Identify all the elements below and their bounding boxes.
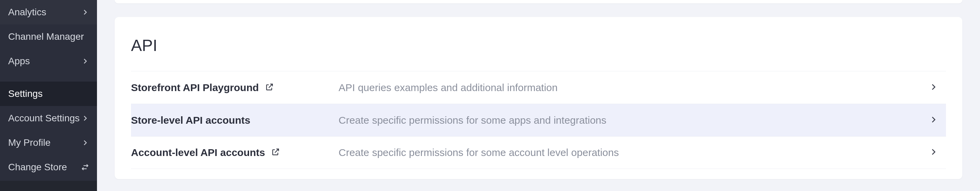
row-title-wrap: Store-level API accounts	[131, 115, 339, 126]
swap-icon	[81, 164, 89, 171]
row-title-wrap: Account-level API accounts	[131, 147, 339, 158]
row-title: Storefront API Playground	[131, 82, 259, 93]
sidebar-item-label: Change Store	[8, 162, 67, 173]
api-list: Storefront API Playground API queries ex…	[131, 71, 946, 169]
previous-card-edge	[115, 0, 962, 3]
sidebar-item-account-settings[interactable]: Account Settings	[0, 106, 97, 131]
sidebar-footer-edge	[0, 181, 97, 191]
chevron-right-icon	[81, 139, 89, 147]
card-title: API	[131, 36, 946, 55]
sidebar-item-label: Apps	[8, 56, 30, 66]
sidebar-item-label: My Profile	[8, 137, 50, 148]
sidebar-item-apps[interactable]: Apps	[0, 49, 97, 73]
row-title: Account-level API accounts	[131, 147, 265, 158]
sidebar-spacer	[0, 73, 97, 82]
chevron-right-icon	[81, 57, 89, 65]
row-storefront-api-playground[interactable]: Storefront API Playground API queries ex…	[131, 71, 946, 104]
row-desc: API queries examples and additional info…	[339, 82, 929, 93]
sidebar-item-settings[interactable]: Settings	[0, 82, 97, 106]
app-root: Analytics Channel Manager Apps Settings …	[0, 0, 980, 191]
sidebar-item-label: Analytics	[8, 7, 46, 18]
sidebar-item-label: Channel Manager	[8, 31, 84, 42]
api-card: API Storefront API Playground API querie…	[115, 17, 962, 179]
sidebar: Analytics Channel Manager Apps Settings …	[0, 0, 97, 191]
row-title: Store-level API accounts	[131, 115, 250, 126]
sidebar-item-analytics[interactable]: Analytics	[0, 0, 97, 24]
sidebar-item-my-profile[interactable]: My Profile	[0, 131, 97, 155]
external-link-icon	[271, 147, 280, 158]
row-desc: Create specific permissions for some acc…	[339, 147, 929, 158]
sidebar-item-label: Account Settings	[8, 113, 80, 124]
main-content: API Storefront API Playground API querie…	[97, 0, 980, 191]
sidebar-item-change-store[interactable]: Change Store	[0, 155, 97, 180]
external-link-icon	[265, 82, 274, 93]
row-title-wrap: Storefront API Playground	[131, 82, 339, 93]
row-store-level-api-accounts[interactable]: Store-level API accounts Create specific…	[131, 104, 946, 136]
chevron-right-icon	[929, 82, 938, 93]
chevron-right-icon	[81, 115, 89, 122]
sidebar-item-label: Settings	[8, 88, 43, 99]
row-desc: Create specific permissions for some app…	[339, 115, 929, 126]
sidebar-item-channel-manager[interactable]: Channel Manager	[0, 24, 97, 49]
row-account-level-api-accounts[interactable]: Account-level API accounts Create specif…	[131, 136, 946, 169]
chevron-right-icon	[81, 8, 89, 16]
chevron-right-icon	[929, 147, 938, 158]
chevron-right-icon	[929, 115, 938, 125]
